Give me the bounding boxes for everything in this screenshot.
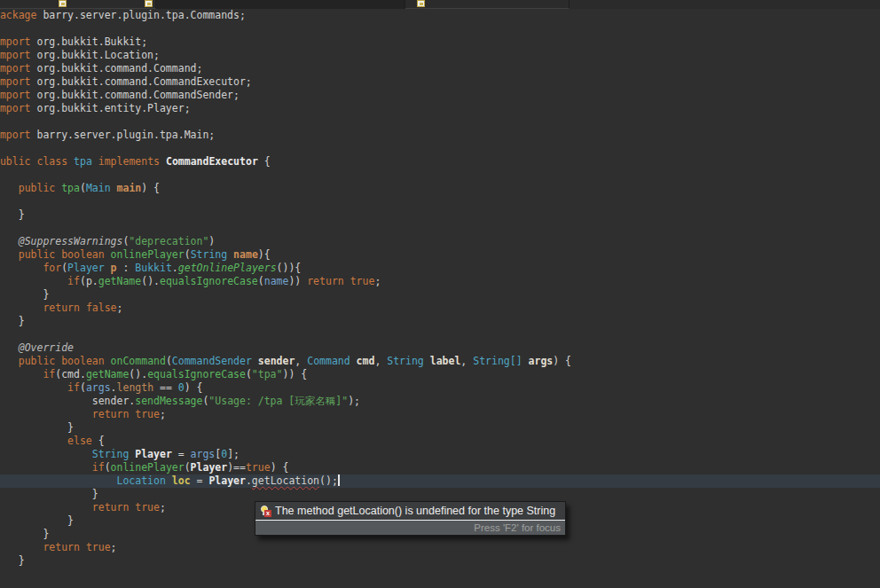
code-line: import org.bukkit.command.Command; <box>0 62 880 75</box>
code-token: if <box>67 381 80 394</box>
code-token: . <box>111 381 117 394</box>
code-line: package barry.server.plugin.tpa.Commands… <box>0 9 880 22</box>
code-token: } <box>0 208 25 221</box>
code-token: package <box>0 9 36 21</box>
code-line: if(onlinePlayer(Player)==true) { <box>0 461 880 474</box>
code-line <box>0 115 880 129</box>
code-token <box>0 235 19 247</box>
code-token: tpa <box>74 155 92 168</box>
code-token: if <box>43 368 55 380</box>
editor-tab-bar <box>0 0 880 9</box>
code-token: Bukkit <box>135 262 172 274</box>
code-token: Player <box>208 474 246 487</box>
code-token <box>0 541 43 553</box>
code-line: sender.sendMessage("Usage: /tpa [玩家名稱]")… <box>0 395 880 408</box>
code-line: return true; <box>0 408 880 421</box>
code-line: return false; <box>0 302 880 315</box>
code-token <box>0 355 19 367</box>
code-token: args <box>191 448 216 460</box>
code-line: String Player = args[0]; <box>0 448 880 461</box>
code-token: ) { <box>271 461 289 474</box>
error-tooltip: x The method getLocation() is undefined … <box>255 501 566 536</box>
code-token: ( <box>258 275 264 287</box>
code-text-area[interactable]: package barry.server.plugin.tpa.Commands… <box>0 9 880 581</box>
code-editor[interactable]: package barry.server.plugin.tpa.Commands… <box>0 9 880 588</box>
eclipse-editor-window: package barry.server.plugin.tpa.Commands… <box>0 0 880 588</box>
code-token: ()){ <box>277 262 302 274</box>
code-token: import <box>0 89 31 101</box>
code-token: String <box>92 448 130 460</box>
code-token: import <box>0 102 31 114</box>
code-token <box>92 155 98 168</box>
code-token: boolean <box>61 355 104 367</box>
code-token: CommandSender <box>172 355 252 367</box>
java-file-icon <box>145 0 153 7</box>
code-token: Player <box>191 461 228 474</box>
code-token <box>0 275 67 287</box>
editor-tab-partial-right[interactable] <box>405 0 570 9</box>
code-token: } <box>0 288 49 301</box>
code-token: if <box>92 461 105 474</box>
code-token: sender <box>258 355 295 367</box>
code-token <box>424 355 430 367</box>
code-line: import org.bukkit.Location; <box>0 49 880 62</box>
code-token: } <box>0 514 74 527</box>
code-token: (cmd. <box>55 368 86 380</box>
code-token <box>166 474 172 487</box>
code-token: { <box>258 155 271 168</box>
code-line: public boolean onCommand(CommandSender s… <box>0 355 880 368</box>
code-token: return <box>43 541 80 553</box>
code-line <box>0 328 880 341</box>
code-token: ( <box>80 182 86 194</box>
code-line: } <box>0 208 880 222</box>
code-line <box>0 169 880 182</box>
java-file-icon <box>417 0 425 7</box>
code-token: args <box>529 355 554 367</box>
code-token: Player <box>67 262 105 274</box>
code-token <box>0 381 67 394</box>
code-token: onlinePlayer <box>111 248 185 261</box>
code-token: public <box>19 355 56 367</box>
tooltip-message-row: x The method getLocation() is undefined … <box>255 502 565 521</box>
tooltip-hint-row: Press 'F2' for focus <box>255 521 565 535</box>
code-line: return true; <box>0 541 880 554</box>
code-token: getName <box>86 368 129 380</box>
code-token: return <box>92 408 130 420</box>
code-token: org.bukkit.Bukkit; <box>31 35 148 48</box>
code-token: import <box>0 75 31 88</box>
code-line: if(p.getName().equalsIgnoreCase(name)) r… <box>0 275 880 288</box>
code-token: )) { <box>282 368 307 380</box>
editor-tab-partial-left[interactable] <box>0 0 156 9</box>
code-token: if <box>67 275 80 287</box>
code-line: if(args.length == 0) { <box>0 381 880 395</box>
code-token: ) <box>208 235 215 247</box>
code-token: ]; <box>227 448 240 460</box>
code-line: } <box>0 488 880 501</box>
code-token: Location <box>116 474 165 487</box>
code-token: true <box>135 501 160 514</box>
code-token <box>0 248 19 261</box>
code-token: ( <box>166 355 172 367</box>
code-token <box>0 302 43 314</box>
code-token: Player <box>135 448 172 460</box>
code-token: cmd <box>357 355 375 367</box>
code-token: (). <box>129 368 147 380</box>
code-token <box>350 355 357 367</box>
code-token: import <box>0 62 31 74</box>
code-token <box>111 182 117 194</box>
editor-tab-partial-active[interactable] <box>156 0 405 9</box>
code-line: } <box>0 315 880 328</box>
code-token: ; <box>374 275 381 287</box>
code-token: return <box>92 501 130 514</box>
code-token <box>80 302 86 314</box>
code-token: ; <box>160 501 166 514</box>
code-token: sendMessage <box>135 395 202 407</box>
code-token <box>344 275 350 287</box>
code-token: . <box>172 262 178 274</box>
code-line: else { <box>0 435 880 448</box>
code-token: onCommand <box>111 355 166 367</box>
code-line: import org.bukkit.command.CommandExecuto… <box>0 75 880 89</box>
code-line: public boolean onlinePlayer(String name)… <box>0 248 880 262</box>
code-token: org.bukkit.command.Command; <box>31 62 203 74</box>
code-token <box>0 262 43 274</box>
